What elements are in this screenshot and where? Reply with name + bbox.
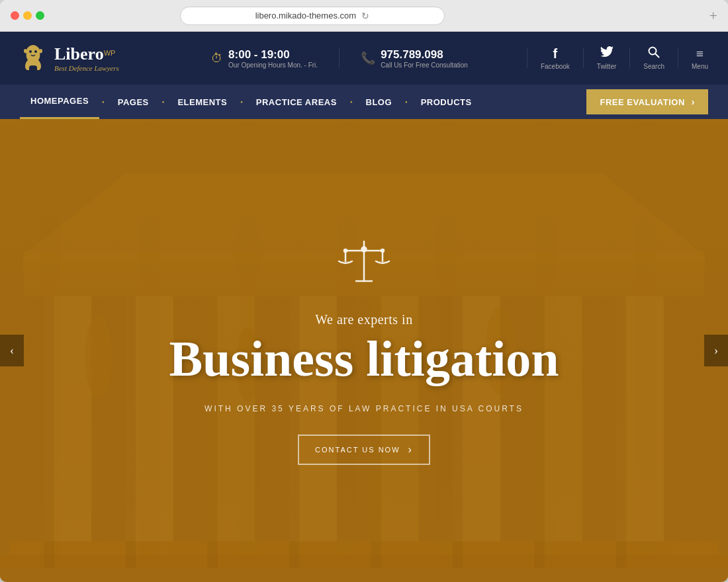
hero-subtitle: We are experts in	[169, 312, 559, 327]
top-bar-info: ⏱ 8:00 - 19:00 Our Opening Hours Mon. - …	[152, 48, 527, 69]
facebook-icon: f	[553, 46, 558, 62]
divider3	[583, 48, 584, 68]
svg-point-32	[362, 247, 367, 252]
nav-dot-5: ●	[402, 100, 410, 104]
search-label: Search	[643, 63, 664, 70]
search-icon	[648, 46, 660, 62]
svg-point-36	[344, 249, 347, 252]
site-content: LiberoWP Best Defence Lawyers ⏱ 8:00 - 1…	[0, 32, 728, 582]
logo-text: LiberoWP Best Defence Lawyers	[54, 44, 119, 72]
phone-number: 975.789.098	[381, 48, 468, 62]
prev-arrow-icon: ‹	[10, 344, 14, 358]
facebook-label: Facebook	[541, 63, 570, 70]
phone-icon: 📞	[361, 51, 375, 65]
svg-point-37	[381, 249, 384, 252]
svg-point-2	[649, 48, 657, 55]
divider4	[629, 48, 630, 68]
new-tab-button[interactable]: +	[709, 7, 717, 24]
nav-items: HOMEPAGES ● PAGES ● ELEMENTS ● PRACTICE …	[20, 85, 586, 119]
logo-icon	[20, 42, 46, 74]
hero-content: We are experts in Business litigation WI…	[156, 223, 572, 478]
next-arrow-icon: ›	[714, 344, 718, 358]
hours-info: ⏱ 8:00 - 19:00 Our Opening Hours Mon. - …	[211, 48, 318, 69]
menu-link[interactable]: ≡ Menu	[692, 46, 708, 70]
hours-label: Our Opening Hours Mon. - Fri.	[228, 62, 318, 69]
browser-dots	[11, 11, 44, 20]
nav-homepages[interactable]: HOMEPAGES	[20, 85, 99, 119]
browser-chrome: libero.mikado-themes.com ↻ +	[0, 0, 728, 32]
svg-point-1	[34, 50, 37, 53]
hours-time: 8:00 - 19:00	[228, 48, 318, 62]
menu-label: Menu	[692, 63, 708, 70]
maximize-button[interactable]	[36, 11, 44, 20]
hero-section: We are experts in Business litigation WI…	[0, 119, 728, 582]
divider	[339, 48, 340, 68]
logo-section[interactable]: LiberoWP Best Defence Lawyers	[20, 42, 152, 74]
hero-next-button[interactable]: ›	[704, 335, 728, 366]
hero-tagline: WITH OVER 35 YEARS OF LAW PRACTICE IN US…	[169, 404, 559, 413]
logo-tagline: Best Defence Lawyers	[54, 64, 119, 72]
twitter-label: Twitter	[597, 63, 616, 70]
nav-products[interactable]: PRODUCTS	[410, 85, 482, 119]
free-evaluation-button[interactable]: FREE EVALUATION ›	[586, 89, 708, 114]
nav-dot-1: ●	[99, 100, 107, 104]
phone-info: 📞 975.789.098 Call Us For Free Consultat…	[361, 48, 468, 69]
close-button[interactable]	[11, 11, 19, 20]
divider5	[678, 48, 678, 68]
nav-dot-3: ●	[238, 100, 246, 104]
facebook-link[interactable]: f Facebook	[541, 46, 570, 70]
top-bar: LiberoWP Best Defence Lawyers ⏱ 8:00 - 1…	[0, 32, 728, 85]
phone-label: Call Us For Free Consultation	[381, 62, 468, 69]
nav-bar: HOMEPAGES ● PAGES ● ELEMENTS ● PRACTICE …	[0, 85, 728, 119]
svg-point-0	[29, 50, 32, 53]
browser-window: libero.mikado-themes.com ↻ +	[0, 0, 728, 582]
nav-blog[interactable]: BLOG	[355, 85, 403, 119]
nav-dot-2: ●	[159, 100, 167, 104]
clock-icon: ⏱	[211, 52, 223, 65]
url-text: libero.mikado-themes.com	[255, 11, 356, 21]
svg-line-3	[655, 54, 659, 58]
nav-cta-arrow: ›	[692, 97, 695, 107]
hero-prev-button[interactable]: ‹	[0, 335, 24, 366]
minimize-button[interactable]	[23, 11, 32, 20]
search-link[interactable]: Search	[643, 46, 664, 70]
twitter-link[interactable]: Twitter	[597, 46, 616, 70]
twitter-icon	[600, 46, 614, 62]
nav-dot-4: ●	[347, 100, 355, 104]
nav-elements[interactable]: ELEMENTS	[167, 85, 238, 119]
contact-us-button[interactable]: CONTACT US NOW ›	[298, 435, 430, 465]
refresh-icon[interactable]: ↻	[361, 11, 369, 21]
contact-us-label: CONTACT US NOW	[315, 446, 400, 454]
nav-practice-areas[interactable]: PRACTICE AREAS	[246, 85, 347, 119]
divider2	[527, 48, 527, 68]
menu-icon: ≡	[696, 46, 704, 62]
nav-pages[interactable]: PAGES	[107, 85, 159, 119]
logo-name: LiberoWP	[54, 44, 119, 64]
contact-us-arrow: ›	[408, 444, 413, 456]
scales-icon	[169, 236, 559, 299]
address-bar[interactable]: libero.mikado-themes.com ↻	[180, 7, 445, 25]
nav-cta-label: FREE EVALUATION	[600, 97, 684, 107]
hero-title: Business litigation	[169, 333, 559, 386]
social-links: f Facebook Twitter	[527, 46, 708, 70]
